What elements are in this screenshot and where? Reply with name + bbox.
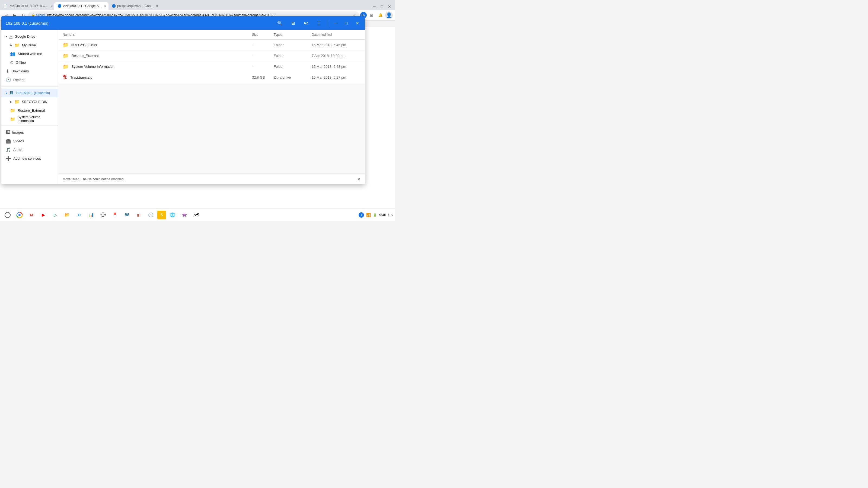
tab-2-favicon: 🔵 <box>58 4 61 8</box>
file-type-4: Zip archive <box>274 75 312 79</box>
fm-body: ▾ △ Google Drive ▶ 📁 My Drive 👥 Shared w… <box>1 30 365 184</box>
taskbar-clock-btn[interactable]: 🕐 <box>145 209 156 220</box>
file-manager: 192.168.0.1 (cusadmin) 🔍 ⊞ AZ ⋮ ─ □ ✕ ▾ … <box>1 16 365 184</box>
sidebar-offline-label: Offline <box>16 61 54 65</box>
table-row[interactable]: 🗜 Traci.trans.zip 32.8 GB Zip archive 15… <box>58 72 365 83</box>
chevron-down-icon: ▾ <box>6 35 7 38</box>
taskbar-outlook-btn[interactable]: O <box>74 209 85 220</box>
file-type-3: Folder <box>274 65 312 69</box>
taskbar-gplus-btn[interactable]: g+ <box>133 209 144 220</box>
tab-3-title: philips 49pfl6921 - Goo... <box>117 4 153 8</box>
fm-title: 192.168.0.1 (cusadmin) <box>6 21 49 26</box>
sidebar-item-videos[interactable]: 🎬 Videos <box>1 137 58 145</box>
chrome-icon <box>16 212 23 218</box>
close-browser-btn[interactable]: ✕ <box>386 3 393 10</box>
sidebar-google-drive-label: Google Drive <box>14 34 54 38</box>
sidebar-item-my-drive[interactable]: ▶ 📁 My Drive <box>1 41 58 50</box>
taskbar-keep-btn[interactable]: 5 <box>157 210 166 219</box>
fm-sort-btn[interactable]: AZ <box>302 19 310 27</box>
notifications-btn[interactable]: 🔔 <box>376 11 384 19</box>
images-icon: 🖼 <box>6 130 10 135</box>
sidebar-item-images[interactable]: 🖼 Images <box>1 128 58 137</box>
sidebar-item-recent[interactable]: 🕐 Recent <box>1 75 58 84</box>
status-bar: Move failed. The file could not be modif… <box>58 173 365 184</box>
system-vol-icon: 📁 <box>10 117 16 122</box>
sidebar-videos-label: Videos <box>13 139 54 143</box>
status-close-btn[interactable]: ✕ <box>357 177 361 182</box>
tab-1[interactable]: 📄 Pa5040 041318-04718 C... ✕ <box>0 2 54 10</box>
file-list-header: Name ▲ Size Types Date modified <box>58 30 365 40</box>
table-row[interactable]: 📁 Restore_External – Folder 7 Apr 2018, … <box>58 51 365 61</box>
tab-2[interactable]: 🔵 vizio d50u-d1 - Google S... ✕ <box>54 2 108 10</box>
tab-3-close[interactable]: ✕ <box>156 5 158 8</box>
maximize-browser-btn[interactable]: □ <box>379 3 385 10</box>
sidebar-item-shared-with-me[interactable]: 👥 Shared with me <box>1 50 58 58</box>
sidebar-my-drive-label: My Drive <box>22 43 54 47</box>
file-date-2: 7 Apr 2018, 10:00 pm <box>312 54 361 58</box>
sidebar-item-recycle-bin[interactable]: ▶ 📁 $RECYCLE.BIN <box>1 97 58 106</box>
table-row[interactable]: 📁 $RECYCLE.BIN – Folder 15 Mar 2018, 6:4… <box>58 40 365 51</box>
taskbar-maps2-btn[interactable]: 🗺 <box>191 209 202 220</box>
downloads-icon: ⬇ <box>6 69 9 74</box>
file-name-2: Restore_External <box>71 54 98 58</box>
fm-menu-btn[interactable]: ⋮ <box>315 19 323 27</box>
taskbar-sheets-btn[interactable]: 📊 <box>86 209 97 220</box>
avatar-btn[interactable]: 👤 <box>385 11 393 19</box>
taskbar-hangouts-btn[interactable]: 💬 <box>98 209 108 220</box>
sidebar-item-google-drive[interactable]: ▾ △ Google Drive <box>1 32 58 41</box>
tab-3[interactable]: 🔵 philips 49pfl6921 - Goo... ✕ <box>108 2 161 10</box>
fm-search-btn[interactable]: 🔍 <box>276 19 284 27</box>
fm-grid-btn[interactable]: ⊞ <box>289 19 297 27</box>
taskbar-files-btn[interactable]: 📂 <box>62 209 73 220</box>
fm-minimize-btn[interactable]: ─ <box>332 20 339 26</box>
fm-titlebar: 192.168.0.1 (cusadmin) 🔍 ⊞ AZ ⋮ ─ □ ✕ <box>1 16 365 30</box>
taskbar-reddit-btn[interactable]: 👾 <box>179 209 190 220</box>
taskbar-earth-btn[interactable]: 🌐 <box>167 209 178 220</box>
header-name[interactable]: Name ▲ <box>63 33 252 37</box>
taskbar-play-btn[interactable]: ▷ <box>50 209 61 220</box>
sidebar-item-system-volume[interactable]: 📁 System Volume Information <box>1 115 58 123</box>
file-name-cell-4: 🗜 Traci.trans.zip <box>63 74 252 80</box>
taskbar-wordpress-btn[interactable]: W <box>122 209 132 220</box>
taskbar-launcher-btn[interactable] <box>2 209 13 220</box>
taskbar-chrome-btn[interactable] <box>14 209 25 220</box>
shared-icon: 👥 <box>10 51 16 56</box>
sidebar-item-offline[interactable]: ⊙ Offline <box>1 58 58 67</box>
sidebar-item-restore-external[interactable]: 📁 Restore_External <box>1 106 58 115</box>
sidebar-item-network[interactable]: ▾ 🖥 192.168.0.1 (cusadmin) <box>1 89 58 97</box>
sidebar-recent-label: Recent <box>13 78 54 82</box>
fm-close-btn[interactable]: ✕ <box>354 20 361 26</box>
minimize-browser-btn[interactable]: ─ <box>371 3 378 10</box>
tab-1-close[interactable]: ✕ <box>51 5 53 8</box>
battery-indicator: 🔋 <box>373 213 377 217</box>
header-size[interactable]: Size <box>252 33 274 37</box>
sidebar-item-add-services[interactable]: ➕ Add new services <box>1 154 58 163</box>
tab-2-close[interactable]: ✕ <box>104 5 106 8</box>
google-apps-btn[interactable]: ⊞ <box>368 11 375 19</box>
file-name-cell-3: 📁 System Volume Information <box>63 64 252 70</box>
header-date[interactable]: Date modified <box>312 33 361 37</box>
taskbar-maps-btn[interactable]: 📍 <box>110 209 120 220</box>
fm-maximize-btn[interactable]: □ <box>343 20 350 26</box>
sidebar-downloads-label: Downloads <box>11 69 54 73</box>
table-row[interactable]: 📁 System Volume Information – Folder 15 … <box>58 61 365 72</box>
file-type-1: Folder <box>274 43 312 47</box>
notification-badge[interactable]: 1 <box>359 212 364 218</box>
sidebar-network-label: 192.168.0.1 (cusadmin) <box>16 91 54 95</box>
file-size-4: 32.8 GB <box>252 75 274 79</box>
file-name-cell-1: 📁 $RECYCLE.BIN <box>63 42 252 48</box>
videos-icon: 🎬 <box>6 138 11 144</box>
network-icon: 🖥 <box>9 91 13 95</box>
sidebar-item-downloads[interactable]: ⬇ Downloads <box>1 67 58 75</box>
folder-icon-3: 📁 <box>63 64 69 70</box>
sidebar-item-audio[interactable]: 🎵 Audio <box>1 145 58 154</box>
taskbar-gmail-btn[interactable]: M <box>26 209 37 220</box>
taskbar-youtube-btn[interactable]: ▶ <box>38 209 49 220</box>
sidebar-divider-1 <box>1 86 58 87</box>
file-name-cell-2: 📁 Restore_External <box>63 53 252 59</box>
file-name-4: Traci.trans.zip <box>70 75 92 79</box>
google-drive-icon: △ <box>9 34 12 39</box>
fm-toolbar-right: 🔍 ⊞ AZ ⋮ ─ □ ✕ <box>276 19 361 27</box>
header-types[interactable]: Types <box>274 33 312 37</box>
folder-icon-2: 📁 <box>63 53 69 59</box>
